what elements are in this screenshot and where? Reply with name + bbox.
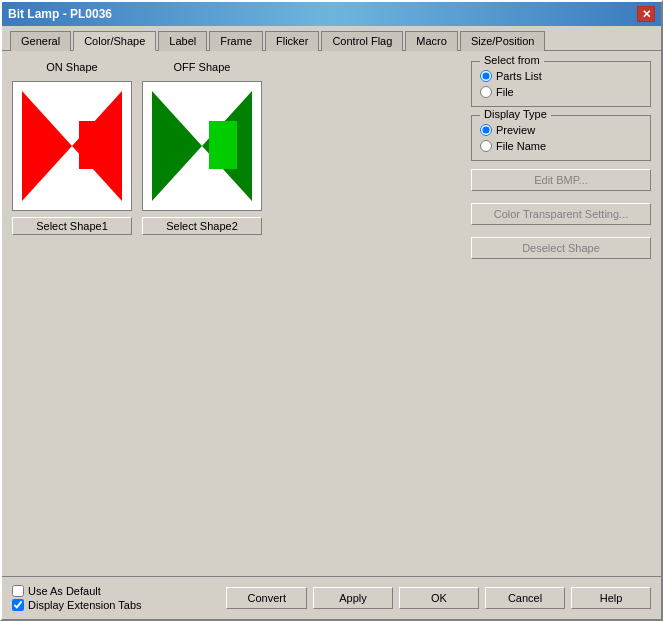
parts-list-label: Parts List bbox=[496, 70, 542, 82]
off-shape-label: OFF Shape bbox=[174, 61, 231, 73]
on-shape-svg bbox=[17, 86, 127, 206]
tab-general[interactable]: General bbox=[10, 31, 71, 51]
parts-list-radio[interactable] bbox=[480, 70, 492, 82]
select-shape1-button[interactable]: Select Shape1 bbox=[12, 217, 132, 235]
svg-rect-2 bbox=[79, 121, 107, 169]
footer-buttons: Convert Apply OK Cancel Help bbox=[226, 587, 651, 609]
tab-macro[interactable]: Macro bbox=[405, 31, 458, 51]
shapes-panel: ON Shape Select Shape1 OFF Shap bbox=[12, 61, 461, 566]
file-radio[interactable] bbox=[480, 86, 492, 98]
tab-bar: General Color/Shape Label Frame Flicker … bbox=[2, 26, 661, 51]
file-option[interactable]: File bbox=[480, 86, 642, 98]
window-title: Bit Lamp - PL0036 bbox=[8, 7, 112, 21]
main-window: Bit Lamp - PL0036 ✕ General Color/Shape … bbox=[0, 0, 663, 621]
select-shape2-button[interactable]: Select Shape2 bbox=[142, 217, 262, 235]
cancel-button[interactable]: Cancel bbox=[485, 587, 565, 609]
tab-label[interactable]: Label bbox=[158, 31, 207, 51]
footer: Use As Default Display Extension Tabs Co… bbox=[2, 576, 661, 619]
display-type-title: Display Type bbox=[480, 108, 551, 120]
convert-button[interactable]: Convert bbox=[226, 587, 307, 609]
tab-size-position[interactable]: Size/Position bbox=[460, 31, 546, 51]
apply-button[interactable]: Apply bbox=[313, 587, 393, 609]
off-shape-box: OFF Shape Select Shape2 bbox=[142, 61, 262, 566]
svg-rect-5 bbox=[209, 121, 237, 169]
tab-control-flag[interactable]: Control Flag bbox=[321, 31, 403, 51]
footer-left: Use As Default Display Extension Tabs bbox=[12, 585, 142, 611]
off-shape-svg bbox=[147, 86, 257, 206]
title-bar: Bit Lamp - PL0036 ✕ bbox=[2, 2, 661, 26]
ok-button[interactable]: OK bbox=[399, 587, 479, 609]
parts-list-option[interactable]: Parts List bbox=[480, 70, 642, 82]
on-shape-label: ON Shape bbox=[46, 61, 97, 73]
close-button[interactable]: ✕ bbox=[637, 6, 655, 22]
file-label: File bbox=[496, 86, 514, 98]
preview-option[interactable]: Preview bbox=[480, 124, 642, 136]
display-extension-tabs-checkbox[interactable] bbox=[12, 599, 24, 611]
preview-radio[interactable] bbox=[480, 124, 492, 136]
file-name-radio[interactable] bbox=[480, 140, 492, 152]
use-as-default-label: Use As Default bbox=[28, 585, 101, 597]
select-from-title: Select from bbox=[480, 54, 544, 66]
tab-flicker[interactable]: Flicker bbox=[265, 31, 319, 51]
file-name-label: File Name bbox=[496, 140, 546, 152]
preview-label: Preview bbox=[496, 124, 535, 136]
display-extension-tabs-checkbox-row[interactable]: Display Extension Tabs bbox=[12, 599, 142, 611]
main-content: ON Shape Select Shape1 OFF Shap bbox=[2, 51, 661, 576]
display-extension-tabs-label: Display Extension Tabs bbox=[28, 599, 142, 611]
help-button[interactable]: Help bbox=[571, 587, 651, 609]
select-from-group: Select from Parts List File bbox=[471, 61, 651, 107]
tab-color-shape[interactable]: Color/Shape bbox=[73, 31, 156, 51]
display-type-group: Display Type Preview File Name bbox=[471, 115, 651, 161]
deselect-shape-button[interactable]: Deselect Shape bbox=[471, 237, 651, 259]
right-panel: Select from Parts List File Display Type… bbox=[471, 61, 651, 566]
on-shape-box: ON Shape Select Shape1 bbox=[12, 61, 132, 566]
edit-bmp-button[interactable]: Edit BMP... bbox=[471, 169, 651, 191]
tab-frame[interactable]: Frame bbox=[209, 31, 263, 51]
svg-marker-3 bbox=[152, 91, 202, 201]
off-shape-display bbox=[142, 81, 262, 211]
use-as-default-checkbox-row[interactable]: Use As Default bbox=[12, 585, 142, 597]
on-shape-display bbox=[12, 81, 132, 211]
color-transparent-button[interactable]: Color Transparent Setting... bbox=[471, 203, 651, 225]
file-name-option[interactable]: File Name bbox=[480, 140, 642, 152]
use-as-default-checkbox[interactable] bbox=[12, 585, 24, 597]
svg-marker-0 bbox=[22, 91, 72, 201]
